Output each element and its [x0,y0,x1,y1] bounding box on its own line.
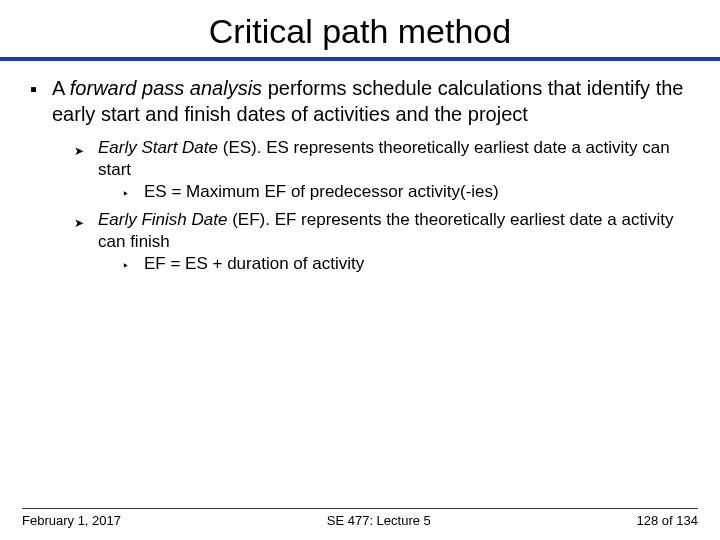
chevron-bullet-icon: ➤ [74,137,92,207]
pointer-bullet-icon: ‣ [122,253,138,277]
footer-page: 128 of 134 [637,513,698,528]
title-underline [0,57,720,61]
content-area: ▪︎ A forward pass analysis performs sche… [0,75,720,508]
item-text: Early Start Date (ES). ES represents the… [92,137,690,207]
chevron-bullet-icon: ➤ [74,209,92,279]
item-text: Early Finish Date (EF). EF represents th… [92,209,690,279]
item-italic: Early Start Date [98,138,218,157]
bullet-level2: ➤ Early Finish Date (EF). EF represents … [74,209,690,279]
footer-date: February 1, 2017 [22,513,121,528]
sub-text: EF = ES + duration of activity [138,253,364,277]
level3-wrap: ‣ ES = Maximum EF of predecessor activit… [98,181,690,205]
lead-text: A forward pass analysis performs schedul… [44,75,690,127]
footer: February 1, 2017 SE 477: Lecture 5 128 o… [0,508,720,540]
lead-pre: A [52,77,70,99]
pointer-bullet-icon: ‣ [122,181,138,205]
footer-center: SE 477: Lecture 5 [327,513,431,528]
item-italic: Early Finish Date [98,210,227,229]
square-bullet-icon: ▪︎ [30,75,44,127]
level3-wrap: ‣ EF = ES + duration of activity [98,253,690,277]
bullet-level2: ➤ Early Start Date (ES). ES represents t… [74,137,690,207]
footer-inner: February 1, 2017 SE 477: Lecture 5 128 o… [22,513,698,528]
footer-divider [22,508,698,509]
level2-wrap: ➤ Early Start Date (ES). ES represents t… [30,137,690,279]
lead-italic: forward pass analysis [70,77,262,99]
slide-title: Critical path method [0,0,720,57]
sub-text: ES = Maximum EF of predecessor activity(… [138,181,499,205]
bullet-level1: ▪︎ A forward pass analysis performs sche… [30,75,690,127]
slide: Critical path method ▪︎ A forward pass a… [0,0,720,540]
bullet-level3: ‣ EF = ES + duration of activity [122,253,690,277]
bullet-level3: ‣ ES = Maximum EF of predecessor activit… [122,181,690,205]
